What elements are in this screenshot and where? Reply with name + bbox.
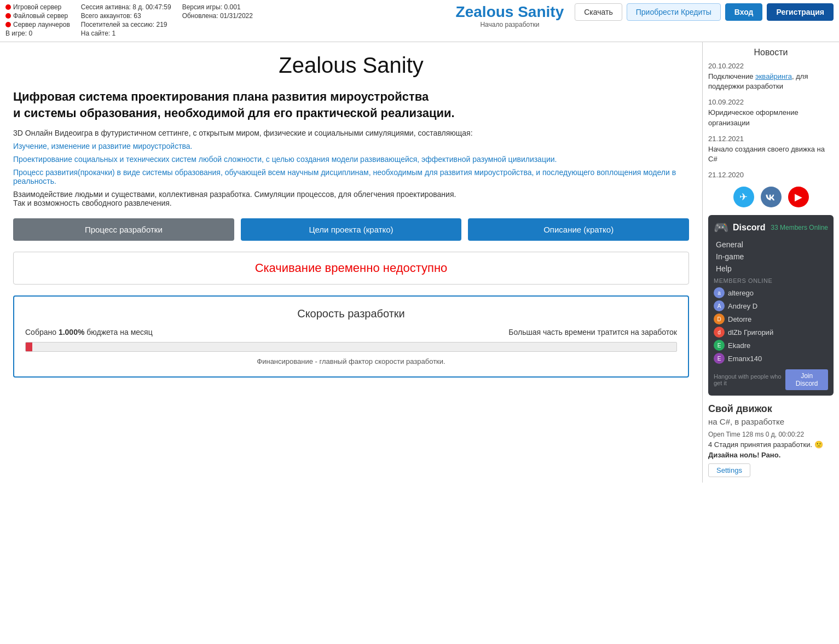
main-layout: Zealous Sanity Цифровая система проектир… [0,42,839,483]
link3[interactable]: Процесс развития(прокачки) в виде систем… [13,168,676,185]
news-item-4: 21.12.2020 [708,171,834,179]
server-game-label: Игровой сервер [13,3,61,11]
login-button[interactable]: Вход [725,3,763,21]
member-name-6: Emanx140 [728,355,762,363]
youtube-icon[interactable]: ▶ [788,187,809,207]
accounts-row: Всего аккаунтов: 63 [81,12,171,20]
news-section: Новости 20.10.2022 Подключение эквайринг… [708,48,834,179]
discord-hangout-text: Hangout with people who get it [714,373,785,386]
discord-name: Discord [733,223,766,233]
member-name-3: Detorre [728,315,751,323]
server-game-row: Игровой сервер [5,3,70,11]
member-row-5: E Ekadre [714,340,828,351]
engine-subtitle: на С#, в разработке [708,417,834,426]
session-active-row: Сессия активна: 8 д. 00:47:59 [81,3,171,11]
visitors-value: 219 [156,21,167,28]
progress-bar-container [25,342,677,352]
discord-channel-ingame[interactable]: In-game [714,252,828,261]
site-title-area: Zealous Sanity Начало разработки [456,3,564,28]
news-item-2: 10.09.2022 Юридическое оформление органи… [708,98,834,127]
news-date-4: 21.12.2020 [708,171,834,179]
server-game-dot [5,4,11,10]
link1[interactable]: Изучение, изменение и развитие мироустро… [13,142,193,150]
online-value: 1 [112,30,116,37]
settings-button[interactable]: Settings [708,463,750,477]
action-buttons: Процесс разработки Цели проекта (кратко)… [13,218,689,241]
link2[interactable]: Проектирование социальных и технических … [13,155,557,164]
discord-header: 🎮 Discord 33 Members Online [714,221,828,235]
news-link-1[interactable]: эквайринга [755,72,792,80]
collected-stat: Собрано 1.000% бюджета на месяц [25,328,153,336]
topbar: Игровой сервер Файловый сервер Сервер ла… [0,0,839,42]
update-value: 01/31/2022 [220,12,253,20]
discord-channel-general[interactable]: General [714,240,828,249]
engine-warning: Дизайна ноль! Рано. [708,451,834,459]
version-value: 0.001 [224,3,241,11]
nav-buttons: Скачать Приобрести Кредиты Вход Регистра… [575,3,834,21]
version-info: Версия игры: 0.001 Обновлена: 01/31/2022 [182,3,253,21]
purchase-button[interactable]: Приобрести Кредиты [627,3,721,21]
collected-suffix: бюджета на месяц [86,328,152,336]
link3-para: Процесс развития(прокачки) в виде систем… [13,168,689,185]
server-file-label: Файловый сервер [13,12,68,20]
discord-widget: 🎮 Discord 33 Members Online General In-g… [708,215,834,396]
in-game-label: В игре: 0 [5,30,32,37]
description-button[interactable]: Описание (кратко) [468,218,689,241]
discord-channel-help[interactable]: Help [714,264,828,273]
server-file-row: Файловый сервер [5,12,70,20]
site-title: Zealous Sanity [456,3,564,21]
version-row: Версия игры: 0.001 [182,3,253,11]
content-area: Zealous Sanity Цифровая система проектир… [0,42,702,399]
member-row-1: a alterego [714,287,828,298]
news-item-1: 20.10.2022 Подключение эквайринга, для п… [708,62,834,91]
engine-open-time: Open Time 128 ms 0 д, 00:00:22 [708,431,834,438]
news-text-2: Юридическое оформление организации [708,108,834,127]
server-launcher-row: Сервер лаунчеров [5,21,70,28]
project-goals-button[interactable]: Цели проекта (кратко) [241,218,462,241]
progress-bar-fill [26,343,32,351]
visitors-label: Посетителей за сессию: [81,21,157,28]
member-row-2: A Andrey D [714,300,828,311]
site-subtitle: Начало разработки [456,21,564,28]
server-status: Игровой сервер Файловый сервер Сервер ла… [5,3,70,38]
member-avatar-4: d [714,327,725,338]
news-text-3: Начало создания своего движка на С# [708,144,834,164]
member-name-1: alterego [728,289,754,297]
download-banner: Скачивание временно недоступно [13,252,689,285]
accounts-label: Всего аккаунтов: [81,12,134,20]
sidebar: Новости 20.10.2022 Подключение эквайринг… [702,42,839,483]
visitors-row: Посетителей за сессию: 219 [81,21,171,28]
in-game-row: В игре: 0 [5,30,70,37]
news-date-1: 20.10.2022 [708,62,834,70]
telegram-icon[interactable]: ✈ [733,187,754,207]
members-online-label: MEMBERS ONLINE [714,277,828,284]
member-row-4: d dlZb Григорий [714,327,828,338]
member-name-5: Ekadre [728,341,750,350]
session-info: Сессия активна: 8 д. 00:47:59 Всего акка… [81,3,171,38]
dev-speed-stats: Собрано 1.000% бюджета на месяц Большая … [25,328,677,336]
engine-title: Свой движок [708,403,834,415]
member-avatar-1: a [714,287,725,298]
accounts-value: 63 [134,12,141,20]
news-date-2: 10.09.2022 [708,98,834,106]
register-button[interactable]: Регистрация [767,3,834,21]
engine-stage: 4 Стадия принятия разработки. 🙁 [708,440,834,449]
engine-block: Свой движок на С#, в разработке Open Tim… [708,403,834,477]
time-note: Большая часть времени тратится на зарабо… [508,328,677,336]
member-row-6: E Emanx140 [714,353,828,364]
link1-para: Изучение, изменение и развитие мироустро… [13,142,689,150]
news-title: Новости [708,48,834,57]
discord-logo-icon: 🎮 [714,221,728,235]
vk-icon[interactable] [761,187,782,207]
news-item-3: 21.12.2021 Начало создания своего движка… [708,135,834,164]
dev-process-button[interactable]: Процесс разработки [13,218,234,241]
join-discord-button[interactable]: Join Discord [785,369,828,390]
page-main-title: Zealous Sanity [13,53,689,78]
server-file-dot [5,13,11,19]
desc2: Взаимодействие людьми и существами, колл… [13,190,689,207]
member-avatar-3: D [714,314,725,324]
discord-footer: Hangout with people who get it Join Disc… [714,369,828,390]
session-label: Сессия активна: [81,3,132,11]
download-button[interactable]: Скачать [575,3,622,21]
member-avatar-6: E [714,353,725,364]
